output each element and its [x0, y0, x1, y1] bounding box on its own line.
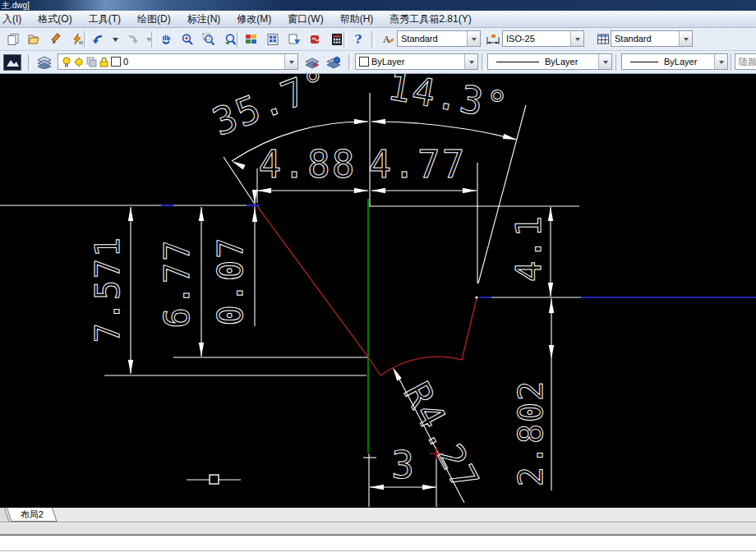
dim-text-angle-right: 14.3° — [385, 74, 513, 129]
layer-combo[interactable]: 0 — [58, 53, 298, 70]
text-style-combo[interactable]: Standard — [397, 30, 481, 47]
linetype-sample — [496, 62, 539, 62]
autocad-window: 主.dwg] 入(I) 格式(O) 工具(T) 绘图(D) 标注(N) 修改(M… — [0, 0, 756, 557]
dim-text-677: 6.77 — [157, 238, 197, 328]
sheet-set-button[interactable] — [284, 30, 304, 49]
layer-dropdown-button[interactable] — [284, 54, 297, 69]
color-dropdown-button[interactable] — [464, 54, 477, 69]
color-combo[interactable]: ByLayer — [355, 53, 478, 70]
command-window — [0, 535, 756, 557]
lineweight-combo[interactable]: ByLayer — [621, 53, 728, 70]
text-style-value: Standard — [401, 34, 438, 44]
lineweight-value: ByLayer — [664, 57, 697, 67]
menu-yanxiu-toolbox[interactable]: 燕秀工具箱2.81(Y) — [381, 11, 479, 27]
dim-style-combo[interactable]: ISO-25 — [502, 30, 584, 47]
dim-style-icon[interactable] — [483, 30, 503, 49]
plot-style-combo[interactable]: 随颜 — [735, 53, 756, 70]
command-history — [0, 536, 756, 551]
linetype-combo[interactable]: ByLayer — [487, 53, 612, 70]
cad-drawing: 35.7° 14.3° 4.88 4.77 7.571 6.77 0.07 4.… — [0, 74, 756, 508]
current-layer-name: 0 — [123, 57, 128, 67]
layer-color-swatch[interactable] — [111, 57, 121, 67]
view-thumbnail-button[interactable] — [2, 53, 22, 72]
lineweight-dropdown-button[interactable] — [714, 54, 727, 69]
redo-button[interactable] — [122, 30, 142, 49]
bulb-on-icon[interactable] — [62, 57, 71, 67]
designcenter-button[interactable] — [242, 30, 261, 49]
dim-style-value: ISO-25 — [506, 34, 535, 44]
point-marker-box[interactable] — [210, 475, 219, 484]
markup-set-button[interactable] — [306, 30, 325, 49]
window-title: 主.dwg] — [2, 1, 30, 10]
layer-properties-button[interactable] — [35, 53, 54, 72]
dim-text-488: 4.88 — [259, 142, 357, 186]
plot-style-value: 随颜 — [739, 56, 756, 68]
table-style-combo[interactable]: Standard — [611, 30, 693, 47]
text-style-icon[interactable]: A — [378, 30, 398, 49]
layers-properties-toolbar: 0 ByLayer ByLayer ByLayer — [0, 51, 756, 74]
make-layer-current-button[interactable] — [302, 53, 322, 72]
menu-bar: 入(I) 格式(O) 工具(T) 绘图(D) 标注(N) 修改(M) 窗口(W)… — [0, 11, 756, 28]
menu-format[interactable]: 格式(O) — [30, 11, 80, 27]
menu-tools[interactable]: 工具(T) — [81, 11, 129, 27]
dim-text-41: 4.1 — [509, 214, 549, 282]
new-button[interactable] — [3, 30, 23, 49]
tab-layout2-label: 布局2 — [21, 509, 44, 521]
standard-toolbar: ? A Standard ISO-25 Standard — [0, 28, 756, 51]
dim-text-007: 0.07 — [210, 236, 251, 325]
undo-dropdown-button[interactable] — [110, 30, 121, 49]
menu-draw[interactable]: 绘图(D) — [129, 11, 179, 27]
horizontal-scrollbar[interactable] — [0, 522, 756, 535]
dim-text-7571: 7.571 — [89, 236, 127, 343]
layer-states-button[interactable] — [324, 53, 343, 72]
menu-help[interactable]: 帮助(H) — [332, 11, 382, 27]
zoom-realtime-button[interactable] — [177, 30, 197, 49]
help-button[interactable]: ? — [348, 30, 368, 49]
pencil-edit-button[interactable] — [46, 30, 66, 49]
current-color-swatch — [359, 57, 369, 67]
linetype-dropdown-button[interactable] — [598, 54, 611, 69]
text-style-dropdown-button[interactable] — [467, 31, 480, 46]
dim-text-477: 4.77 — [369, 142, 467, 186]
table-style-dropdown-button[interactable] — [679, 31, 692, 46]
dim-text-2802: 2.802 — [512, 380, 550, 486]
command-input[interactable] — [0, 551, 756, 557]
dim-style-dropdown-button[interactable] — [570, 31, 583, 46]
tab-layout2[interactable]: 布局2 — [7, 508, 58, 522]
linetype-value: ByLayer — [545, 57, 578, 67]
svg-text:A: A — [383, 34, 390, 45]
open-button[interactable] — [25, 30, 44, 49]
menu-dimension[interactable]: 标注(N) — [179, 11, 229, 27]
menu-window[interactable]: 窗口(W) — [279, 11, 331, 27]
undo-button[interactable] — [89, 30, 108, 49]
drawing-viewport[interactable]: 35.7° 14.3° 4.88 4.77 7.571 6.77 0.07 4.… — [0, 74, 756, 508]
dim-text-3: 3 — [391, 443, 416, 487]
title-bar: 主.dwg] — [0, 0, 756, 11]
layout-tab-bar: 布局2 — [0, 508, 756, 522]
lineweight-sample — [630, 62, 658, 62]
tool-palettes-button[interactable] — [263, 30, 283, 49]
viewport-freeze-icon[interactable] — [86, 57, 97, 67]
zoom-window-button[interactable] — [199, 30, 219, 49]
table-style-value: Standard — [615, 34, 652, 44]
vertex-point — [475, 296, 477, 298]
menu-insert[interactable]: 入(I) — [0, 11, 30, 27]
color-value: ByLayer — [371, 57, 404, 67]
lock-icon[interactable] — [99, 57, 108, 67]
pan-hand-button[interactable] — [156, 30, 176, 49]
dim-text-angle-left: 35.7° — [206, 74, 336, 145]
menu-modify[interactable]: 修改(M) — [228, 11, 279, 27]
sun-freeze-icon[interactable] — [74, 57, 84, 67]
